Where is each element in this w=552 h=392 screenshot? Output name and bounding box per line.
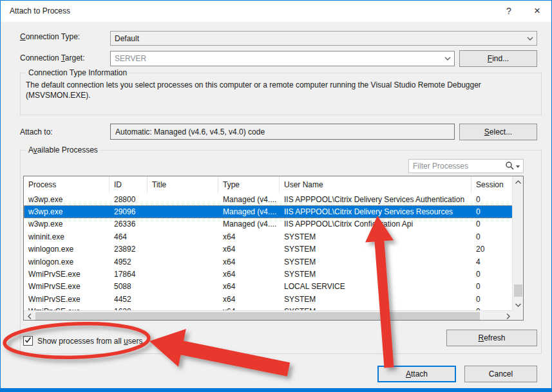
cell-type: x64 bbox=[218, 293, 280, 305]
column-header-user-name[interactable]: User Name bbox=[280, 176, 471, 193]
connection-target-value: SERVER bbox=[111, 54, 441, 63]
cell-type: x64 bbox=[218, 243, 280, 256]
attach-to-process-dialog: Attach to Process ? × Connection Type: D… bbox=[0, 0, 552, 392]
cell-id: 5088 bbox=[109, 281, 148, 293]
cell-session: 0 bbox=[471, 193, 513, 205]
cell-session: 20 bbox=[471, 243, 513, 256]
vertical-scrollbar-thumb[interactable] bbox=[514, 285, 522, 297]
table-header: ProcessIDTitleTypeUser NameSession bbox=[24, 176, 513, 193]
connection-type-value: Default bbox=[111, 34, 524, 43]
show-all-users-checkbox[interactable] bbox=[23, 336, 33, 346]
table-row[interactable]: wininit.exe464x64SYSTEM0 bbox=[24, 230, 513, 243]
cell-process: w3wp.exe bbox=[24, 205, 109, 218]
cell-session: 0 bbox=[471, 268, 513, 280]
cell-title bbox=[148, 268, 218, 280]
select-button[interactable]: Select... bbox=[459, 124, 537, 140]
process-table: ProcessIDTitleTypeUser NameSession w3wp.… bbox=[23, 176, 524, 321]
cell-id: 4452 bbox=[109, 293, 148, 305]
table-row[interactable]: WmiPrvSE.exe17864x64SYSTEM0 bbox=[24, 268, 513, 280]
cell-title bbox=[148, 293, 218, 305]
find-button[interactable]: Find... bbox=[459, 50, 537, 67]
cell-process: WmiPrvSE.exe bbox=[24, 306, 109, 310]
cell-type: x64 bbox=[218, 281, 280, 293]
filter-placeholder: Filter Processes bbox=[409, 162, 505, 171]
horizontal-scrollbar-thumb[interactable] bbox=[35, 312, 480, 321]
cell-type: x64 bbox=[218, 268, 280, 280]
table-row[interactable]: winlogon.exe4952x64SYSTEM4 bbox=[24, 256, 513, 268]
filter-dropdown-icon[interactable] bbox=[516, 162, 520, 171]
cell-id: 29096 bbox=[109, 205, 148, 218]
cell-title bbox=[148, 218, 218, 230]
column-header-title[interactable]: Title bbox=[148, 176, 218, 193]
dialog-title: Attach to Process bbox=[10, 6, 70, 15]
cell-title bbox=[148, 306, 218, 310]
connection-type-dropdown[interactable]: Default bbox=[110, 31, 537, 46]
cell-id: 26336 bbox=[109, 218, 148, 230]
chevron-down-icon bbox=[441, 57, 454, 61]
attach-to-value: Automatic: Managed (v4.6, v4.5, v4.0) co… bbox=[115, 127, 265, 136]
cell-user: SYSTEM bbox=[280, 306, 471, 310]
connection-target-combobox[interactable]: SERVER bbox=[110, 51, 455, 66]
cell-type: x64 bbox=[218, 230, 280, 243]
column-header-type[interactable]: Type bbox=[218, 176, 280, 193]
search-icon[interactable] bbox=[505, 161, 514, 172]
column-header-process[interactable]: Process bbox=[24, 176, 109, 193]
horizontal-scrollbar[interactable] bbox=[24, 310, 513, 321]
cell-title bbox=[148, 243, 218, 256]
cell-title bbox=[148, 205, 218, 218]
attach-to-field[interactable]: Automatic: Managed (v4.6, v4.5, v4.0) co… bbox=[110, 124, 455, 140]
column-header-session[interactable]: Session bbox=[471, 176, 513, 193]
filter-processes-input[interactable]: Filter Processes bbox=[408, 159, 524, 173]
table-row[interactable]: w3wp.exe26336Managed (v4....IIS APPPOOL\… bbox=[24, 218, 513, 230]
cell-user: IIS APPPOOL\Citrix Delivery Services Aut… bbox=[280, 193, 471, 205]
cell-title bbox=[148, 230, 218, 243]
cell-user: IIS APPPOOL\Citrix Delivery Services Res… bbox=[280, 205, 471, 218]
column-header-id[interactable]: ID bbox=[109, 176, 148, 193]
connection-type-label: Connection Type: bbox=[20, 32, 80, 41]
cell-user: SYSTEM bbox=[280, 293, 471, 305]
cell-process: WmiPrvSE.exe bbox=[24, 293, 109, 305]
scroll-left-icon[interactable] bbox=[24, 311, 35, 321]
scroll-up-icon[interactable] bbox=[513, 176, 524, 187]
cell-user: SYSTEM bbox=[280, 268, 471, 280]
cell-process: winlogon.exe bbox=[24, 243, 109, 256]
attach-button[interactable]: Attach bbox=[377, 366, 456, 382]
cell-session: 4 bbox=[471, 256, 513, 268]
vertical-scrollbar[interactable] bbox=[512, 176, 523, 310]
cell-id: 17864 bbox=[109, 268, 148, 280]
connection-target-label: Connection Target: bbox=[20, 53, 85, 62]
connection-type-info-text: The default connection lets you select p… bbox=[26, 80, 523, 100]
help-icon[interactable]: ? bbox=[498, 2, 520, 20]
cell-process: wininit.exe bbox=[24, 230, 109, 243]
cell-process: w3wp.exe bbox=[24, 218, 109, 230]
cell-user: IIS APPPOOL\Citrix Configuration Api bbox=[280, 218, 471, 230]
cell-title bbox=[148, 193, 218, 205]
connection-type-info-title: Connection Type Information bbox=[26, 68, 129, 77]
table-row[interactable]: WmiPrvSE.exe5088x64LOCAL SERVICE0 bbox=[24, 281, 513, 293]
cell-user: SYSTEM bbox=[280, 243, 471, 256]
table-row[interactable]: winlogon.exe23892x64SYSTEM20 bbox=[24, 243, 513, 256]
cell-title bbox=[148, 281, 218, 293]
refresh-button[interactable]: Refresh bbox=[446, 330, 537, 346]
cell-title bbox=[148, 256, 218, 268]
cell-id: 4952 bbox=[109, 256, 148, 268]
cell-user: SYSTEM bbox=[280, 256, 471, 268]
cell-session: 0 bbox=[471, 293, 513, 305]
cancel-button[interactable]: Cancel bbox=[464, 366, 537, 382]
cell-user: LOCAL SERVICE bbox=[280, 281, 471, 293]
table-row[interactable]: WmiPrvSE.exe1620x64SYSTEM0 bbox=[24, 306, 513, 310]
show-all-users-label[interactable]: Show processes from all users bbox=[37, 337, 142, 346]
table-row[interactable]: WmiPrvSE.exe4452x64SYSTEM0 bbox=[24, 293, 513, 305]
scroll-down-icon[interactable] bbox=[513, 299, 524, 310]
table-row[interactable]: w3wp.exe28800Managed (v4....IIS APPPOOL\… bbox=[24, 193, 513, 205]
chevron-down-icon bbox=[524, 37, 537, 41]
close-icon[interactable]: × bbox=[526, 2, 548, 20]
cell-process: WmiPrvSE.exe bbox=[24, 281, 109, 293]
cell-process: winlogon.exe bbox=[24, 256, 109, 268]
cell-process: WmiPrvSE.exe bbox=[24, 268, 109, 280]
cell-type: Managed (v4.... bbox=[218, 205, 280, 218]
table-row[interactable]: w3wp.exe29096Managed (v4....IIS APPPOOL\… bbox=[24, 205, 513, 218]
cell-type: x64 bbox=[218, 306, 280, 310]
cell-session: 0 bbox=[471, 218, 513, 230]
cell-id: 28800 bbox=[109, 193, 148, 205]
